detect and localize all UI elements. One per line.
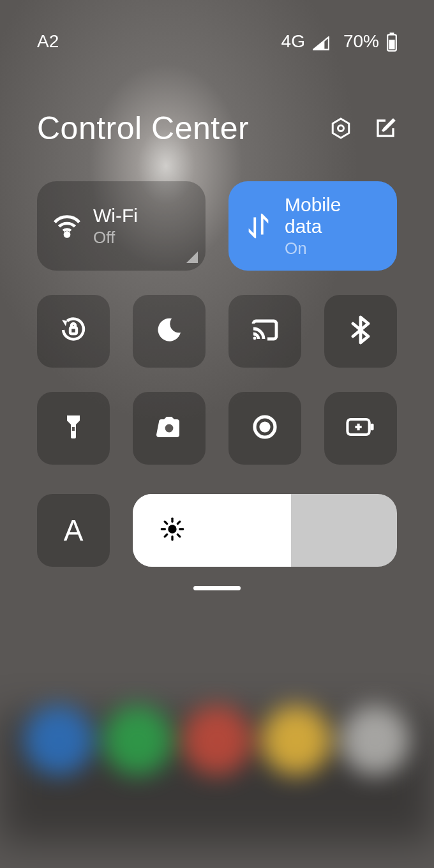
flashlight-icon [58,412,89,445]
bluetooth-tile[interactable] [324,295,397,368]
control-panel: Wi-Fi Off Mobile data On [37,181,397,567]
dock-app-2 [103,705,173,775]
rotation-lock-icon [58,315,89,348]
camera-tile[interactable] [133,392,206,465]
signal-icon [313,34,329,49]
svg-line-20 [177,534,180,537]
network-label: 4G [281,31,305,52]
dock-app-5 [340,705,410,775]
battery-icon [387,33,397,50]
svg-point-5 [65,232,69,236]
brightness-slider[interactable] [133,494,397,567]
mobile-data-status: On [285,239,382,258]
battery-saver-tile[interactable] [324,392,397,465]
svg-rect-6 [70,327,77,334]
svg-rect-2 [389,40,394,49]
status-right: 4G 70% [281,31,397,52]
camera-icon [154,412,184,445]
dock-blur [0,689,434,791]
svg-marker-3 [333,119,349,138]
page-title: Control Center [37,110,329,147]
mobile-data-icon [244,211,273,241]
edit-icon[interactable] [374,117,397,140]
brightness-icon [160,516,185,544]
flashlight-tile[interactable] [37,392,110,465]
drag-handle[interactable] [193,586,241,590]
svg-line-21 [165,534,167,537]
wifi-icon [52,211,82,241]
svg-line-22 [177,521,180,524]
screencast-tile[interactable] [228,295,301,368]
header: Control Center [37,110,397,147]
mobile-data-tile[interactable]: Mobile data On [228,181,397,271]
bluetooth-icon [345,315,376,348]
battery-plus-icon [345,412,376,445]
screen-record-tile[interactable] [228,392,301,465]
svg-point-9 [165,424,174,433]
dock-app-3 [182,705,252,775]
carrier-label: A2 [37,31,281,52]
auto-brightness-tile[interactable]: A [37,494,110,567]
dock-app-4 [261,705,331,775]
battery-label: 70% [343,31,379,52]
cast-icon [250,315,280,348]
dock-app-1 [24,705,94,775]
wifi-tile[interactable]: Wi-Fi Off [37,181,206,271]
svg-point-14 [168,525,176,533]
status-bar: A2 4G 70% [0,0,434,83]
wifi-label: Wi-Fi [93,205,138,227]
expand-indicator-icon [186,251,198,263]
svg-line-19 [165,521,167,524]
svg-rect-8 [72,427,75,431]
record-icon [250,412,280,445]
svg-point-4 [338,126,344,131]
auto-brightness-label: A [64,513,84,548]
svg-point-7 [253,337,257,340]
mobile-data-label: Mobile data [285,194,382,237]
svg-rect-13 [370,424,373,430]
settings-icon[interactable] [329,117,352,140]
brightness-fill [133,494,291,567]
dnd-tile[interactable] [133,295,206,368]
wifi-status: Off [93,228,138,248]
rotation-lock-tile[interactable] [37,295,110,368]
svg-point-11 [261,423,269,431]
moon-icon [154,315,184,348]
